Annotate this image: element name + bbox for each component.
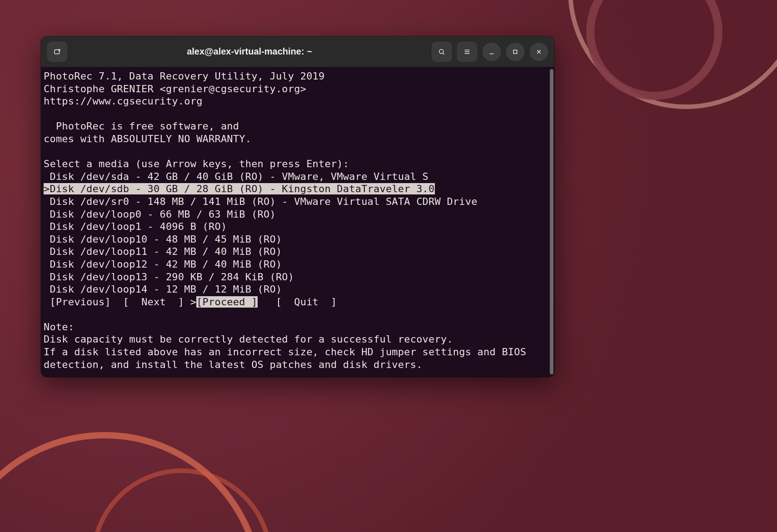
header-line: PhotoRec 7.1, Data Recovery Utility, Jul… (44, 70, 547, 83)
disk-row[interactable]: Disk /dev/sda - 42 GB / 40 GiB (RO) - VM… (44, 170, 547, 183)
minimize-button[interactable] (483, 43, 501, 61)
search-button[interactable] (432, 42, 452, 62)
search-icon (438, 48, 446, 56)
header-line: Christophe GRENIER <grenier@cgsecurity.o… (44, 83, 547, 95)
disk-row[interactable]: Disk /dev/loop0 - 66 MB / 63 MiB (RO) (44, 208, 547, 221)
disk-row[interactable]: Disk /dev/loop13 - 290 KB / 284 KiB (RO) (44, 271, 547, 283)
menu-proceed[interactable]: >[Proceed ] (190, 296, 258, 308)
minimize-icon (488, 48, 496, 56)
svg-rect-2 (513, 50, 517, 54)
terminal-body-wrap: PhotoRec 7.1, Data Recovery Utility, Jul… (41, 67, 554, 377)
disk-row[interactable]: Disk /dev/loop12 - 42 MB / 40 MiB (RO) (44, 258, 547, 271)
terminal-window: alex@alex-virtual-machine: ~ (41, 36, 554, 377)
hamburger-icon (463, 48, 471, 56)
disk-row[interactable]: Disk /dev/loop11 - 42 MB / 40 MiB (RO) (44, 245, 547, 258)
header-line: https://www.cgsecurity.org (44, 95, 547, 108)
disk-row[interactable]: Disk /dev/loop1 - 4096 B (RO) (44, 220, 547, 233)
titlebar-right-group (432, 42, 548, 62)
blank-line (44, 108, 547, 120)
new-tab-icon (53, 48, 61, 56)
note-line: detection, and install the latest OS pat… (44, 358, 547, 371)
menu-next[interactable]: [ Next ] (117, 296, 190, 308)
new-tab-button[interactable] (47, 42, 67, 62)
warranty-line: comes with ABSOLUTELY NO WARRANTY. (44, 133, 547, 145)
disk-row[interactable]: Disk /dev/sr0 - 148 MB / 141 MiB (RO) - … (44, 195, 547, 208)
blank-line (44, 308, 547, 321)
blank-line (44, 145, 547, 158)
terminal-output[interactable]: PhotoRec 7.1, Data Recovery Utility, Jul… (41, 67, 549, 377)
maximize-icon (511, 48, 519, 56)
maximize-button[interactable] (506, 43, 524, 61)
disk-row[interactable]: Disk /dev/loop14 - 12 MB / 12 MiB (RO) (44, 283, 547, 296)
warranty-line: PhotoRec is free software, and (44, 120, 547, 133)
svg-point-1 (439, 49, 443, 53)
note-title: Note: (44, 321, 547, 333)
menu-row: [Previous] [ Next ] >[Proceed ] [ Quit ] (44, 296, 547, 308)
scrollbar-thumb[interactable] (550, 69, 553, 374)
window-title: alex@alex-virtual-machine: ~ (72, 46, 427, 57)
disk-row[interactable]: Disk /dev/loop10 - 48 MB / 45 MiB (RO) (44, 233, 547, 246)
disk-row-selected[interactable]: >Disk /dev/sdb - 30 GB / 28 GiB (RO) - K… (44, 183, 547, 195)
selection-marker: > (44, 183, 50, 194)
note-line: If a disk listed above has an incorrect … (44, 346, 547, 358)
menu-previous[interactable]: [Previous] (44, 296, 117, 308)
select-prompt: Select a media (use Arrow keys, then pre… (44, 158, 547, 170)
titlebar: alex@alex-virtual-machine: ~ (41, 36, 554, 67)
close-button[interactable] (530, 43, 548, 61)
menu-quit[interactable]: [ Quit ] (270, 296, 337, 308)
menu-button[interactable] (457, 42, 477, 62)
terminal-scrollbar[interactable] (549, 67, 554, 377)
disk-row-text: Disk /dev/sdb - 30 GB / 28 GiB (RO) - Ki… (50, 183, 434, 194)
note-line: Disk capacity must be correctly detected… (44, 333, 547, 346)
close-icon (535, 48, 543, 56)
